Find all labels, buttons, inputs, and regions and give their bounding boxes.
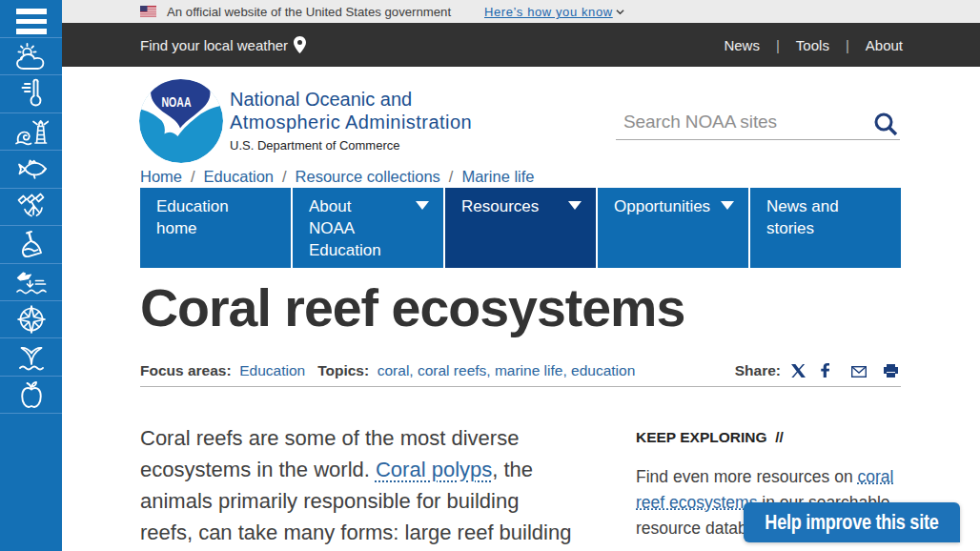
svg-text:NOAA: NOAA	[162, 94, 192, 110]
